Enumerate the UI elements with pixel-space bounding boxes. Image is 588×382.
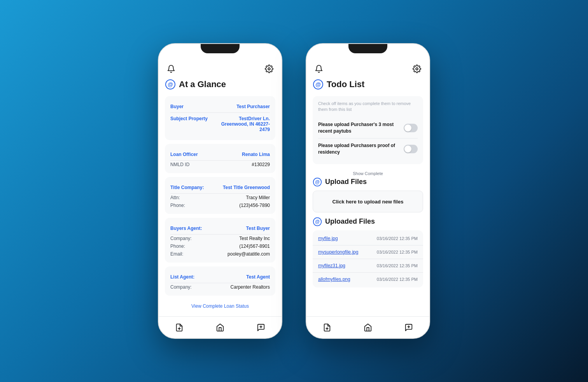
loan-officer-row: Loan Officer Renato Lima [170, 149, 270, 161]
svg-text:@: @ [315, 219, 320, 224]
subject-property-value: TestDriver Ln. Greenwood, IN 46227-2479 [215, 116, 270, 132]
todo-item-2-text: Please upload Purchasers proof of reside… [318, 142, 396, 156]
todo-toggle-1[interactable] [404, 124, 418, 132]
la-company-label: Company: [170, 284, 192, 290]
loan-officer-section: Loan Officer Renato Lima NMLD ID #130229 [165, 144, 275, 173]
la-company-value: Carpenter Realtors [231, 284, 270, 290]
file-date-4: 03/16/2022 12:35 PM [377, 277, 418, 282]
upload-box-text: Click here to upload new files [332, 199, 404, 205]
buyers-agent-value: Test Buyer [246, 226, 270, 231]
uploaded-files-section: @ Uploaded Files myfile.jpg 03/16/2022 1… [313, 217, 423, 287]
file-date-2: 03/16/2022 12:35 PM [377, 250, 418, 254]
at-a-glance-icon: @ [165, 79, 176, 90]
upload-files-title: @ Upload Files [313, 177, 423, 187]
buyer-section: Buyer Test Purchaser Subject Property Te… [165, 96, 275, 140]
file-row-1: myfile.jpg 03/16/2022 12:35 PM [313, 232, 423, 245]
phone-notch-2 [348, 44, 387, 53]
file-row-3: myfilez31.jpg 03/16/2022 12:35 PM [313, 259, 423, 273]
todo-item-2: Please upload Purchasers proof of reside… [318, 138, 418, 159]
file-date-3: 03/16/2022 12:35 PM [377, 263, 418, 268]
file-name-3[interactable]: myfilez31.jpg [318, 263, 345, 268]
buyers-agent-label: Buyers Agent: [170, 226, 202, 231]
file-date-1: 03/16/2022 12:35 PM [377, 236, 418, 241]
buyer-row: Buyer Test Purchaser [170, 101, 270, 113]
ba-company-row: Company: Test Realty Inc [170, 235, 270, 242]
attn-label: Attn: [170, 195, 180, 200]
buyers-agent-section: Buyers Agent: Test Buyer Company: Test R… [165, 218, 275, 263]
nav-home-btn-2[interactable] [359, 319, 376, 336]
todo-icon: @ [313, 79, 324, 90]
title-company-value: Test Title Greenwood [223, 185, 270, 190]
bell-icon-2[interactable] [313, 63, 325, 75]
svg-text:@: @ [315, 81, 321, 88]
uploaded-files-list: myfile.jpg 03/16/2022 12:35 PM mysuperlo… [313, 230, 423, 287]
title-company-section: Title Company: Test Title Greenwood Attn… [165, 177, 275, 214]
buyer-label: Buyer [170, 104, 184, 109]
file-row-2: mysuperlongfile.jpg 03/16/2022 12:35 PM [313, 245, 423, 259]
svg-text:@: @ [168, 81, 173, 88]
todo-item-1: Please upload Purchaser's 3 most recent … [318, 117, 418, 139]
title-company-label: Title Company: [170, 185, 204, 190]
todo-toggle-2[interactable] [404, 145, 418, 153]
list-agent-row: List Agent: Test Agent [170, 271, 270, 283]
todo-title: Todo List [327, 79, 364, 89]
list-agent-value: Test Agent [246, 274, 270, 280]
page-title-1: @ At a Glance [165, 79, 275, 90]
todo-item-1-text: Please upload Purchaser's 3 most recent … [318, 121, 396, 135]
phone-1: @ At a Glance Buyer Test Purchaser Subje… [158, 43, 282, 339]
file-name-2[interactable]: mysuperlongfile.jpg [318, 249, 358, 255]
file-row-4: allofmyfiles.png 03/16/2022 12:35 PM [313, 273, 423, 286]
phone-header-2 [306, 61, 429, 79]
loan-officer-label: Loan Officer [170, 152, 198, 157]
svg-point-7 [416, 68, 418, 70]
nmld-label: NMLD ID [170, 162, 189, 167]
title-company-row: Title Company: Test Title Greenwood [170, 182, 270, 194]
bottom-nav-1 [159, 316, 282, 338]
nav-upload-btn-2[interactable] [318, 319, 336, 336]
la-company-row: Company: Carpenter Realtors [170, 283, 270, 291]
ba-email-row: Email: pooley@atatitle.com [170, 250, 270, 258]
gear-icon-2[interactable] [411, 63, 423, 75]
nmld-value: #130229 [252, 162, 270, 167]
svg-text:@: @ [315, 179, 320, 185]
subject-property-label: Subject Property [170, 116, 208, 121]
ba-email-value: pooley@atatitle.com [228, 251, 270, 257]
file-name-1[interactable]: myfile.jpg [318, 236, 338, 241]
tc-phone-row: Phone: (123)456-7890 [170, 202, 270, 209]
nav-upload-btn[interactable] [171, 319, 188, 336]
file-name-4[interactable]: allofmyfiles.png [318, 277, 350, 282]
nav-chat-btn[interactable] [252, 319, 270, 336]
buyer-value: Test Purchaser [236, 104, 270, 109]
view-complete-link[interactable]: View Complete Loan Status [165, 300, 275, 313]
loan-officer-value: Renato Lima [242, 152, 270, 157]
todo-hint: Check off items as you complete them to … [318, 101, 418, 113]
gear-icon[interactable] [263, 63, 275, 75]
tc-phone-value: (123)456-7890 [239, 203, 270, 208]
upload-box[interactable]: Click here to upload new files [313, 191, 423, 212]
buyers-agent-row: Buyers Agent: Test Buyer [170, 223, 270, 235]
page-title-2: @ Todo List [313, 79, 423, 90]
nav-chat-btn-2[interactable] [400, 319, 417, 336]
bottom-nav-2 [306, 316, 429, 338]
ba-company-value: Test Realty Inc [239, 236, 270, 241]
list-agent-label: List Agent: [170, 274, 194, 280]
nav-home-btn[interactable] [212, 319, 229, 336]
phone-2-content: @ Todo List Check off items as you compl… [306, 79, 429, 313]
list-agent-section: List Agent: Test Agent Company: Carpente… [165, 266, 275, 296]
show-complete-link[interactable]: Show Complete [313, 168, 423, 177]
bell-icon[interactable] [165, 63, 177, 75]
subject-property-row: Subject Property TestDriver Ln. Greenwoo… [170, 113, 270, 135]
phone-1-content: @ At a Glance Buyer Test Purchaser Subje… [159, 79, 282, 313]
upload-files-section: @ Upload Files Click here to upload new … [313, 177, 423, 212]
ba-company-label: Company: [170, 236, 192, 241]
ba-phone-label: Phone: [170, 244, 185, 249]
ba-email-label: Email: [170, 251, 183, 257]
ba-phone-value: (124)567-8901 [239, 244, 270, 249]
attn-value: Tracy Miller [246, 195, 270, 200]
uploaded-files-icon: @ [313, 217, 322, 226]
tc-phone-label: Phone: [170, 203, 185, 208]
svg-point-0 [268, 68, 270, 70]
ba-phone-row: Phone: (124)567-8901 [170, 242, 270, 250]
todo-card: Check off items as you complete them to … [313, 96, 423, 164]
nmld-row: NMLD ID #130229 [170, 161, 270, 168]
